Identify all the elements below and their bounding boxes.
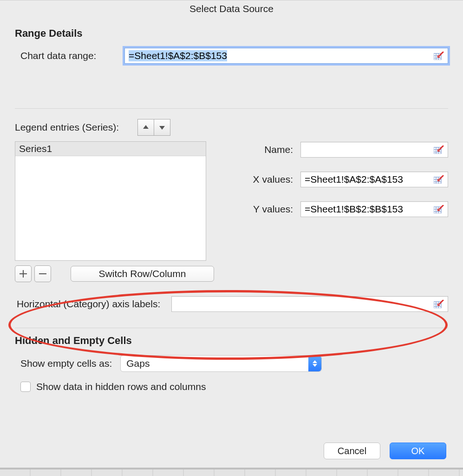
dialog-title: Select Data Source: [0, 0, 463, 18]
chart-data-range-input-wrap[interactable]: [124, 48, 448, 64]
range-picker-icon[interactable]: [433, 145, 445, 155]
show-empty-cells-value: Gaps: [126, 358, 150, 369]
x-values-input[interactable]: [301, 172, 430, 187]
series-name-input-wrap[interactable]: [300, 142, 448, 158]
show-hidden-data-checkbox[interactable]: [20, 382, 31, 392]
x-values-label: X values:: [223, 174, 300, 185]
ok-button[interactable]: OK: [390, 443, 446, 459]
show-empty-cells-select[interactable]: Gaps: [120, 355, 322, 372]
range-picker-icon[interactable]: [433, 51, 445, 61]
chart-data-range-input[interactable]: [125, 48, 430, 63]
horizontal-axis-labels-input-wrap[interactable]: [171, 296, 448, 312]
series-listbox[interactable]: Series1: [15, 141, 206, 261]
series-name-input[interactable]: [301, 142, 430, 157]
switch-row-column-button[interactable]: Switch Row/Column: [71, 266, 214, 282]
range-picker-icon[interactable]: [433, 204, 445, 214]
legend-entries-label: Legend entries (Series):: [15, 122, 119, 133]
y-values-input-wrap[interactable]: [300, 201, 448, 217]
range-picker-icon[interactable]: [433, 174, 445, 185]
remove-series-button[interactable]: [34, 265, 51, 282]
x-values-input-wrap[interactable]: [300, 172, 448, 187]
bottom-strip: [0, 468, 463, 476]
add-series-button[interactable]: [15, 265, 32, 282]
show-empty-cells-label: Show empty cells as:: [15, 358, 112, 369]
range-picker-icon[interactable]: [433, 299, 445, 309]
horizontal-axis-labels-label: Horizontal (Category) axis labels:: [15, 298, 160, 310]
hidden-empty-heading: Hidden and Empty Cells: [15, 335, 448, 347]
y-values-input[interactable]: [301, 202, 430, 217]
show-hidden-data-label: Show data in hidden rows and columns: [36, 381, 206, 392]
horizontal-axis-labels-input[interactable]: [172, 297, 430, 311]
series-name-label: Name:: [223, 144, 300, 155]
y-values-label: Y values:: [223, 204, 300, 215]
cancel-button[interactable]: Cancel: [324, 443, 380, 459]
chart-data-range-label: Chart data range:: [15, 50, 124, 61]
series-list-item[interactable]: Series1: [15, 142, 206, 156]
move-series-up-button[interactable]: [137, 119, 154, 136]
range-details-heading: Range Details: [15, 27, 448, 40]
select-stepper-icon: [308, 356, 321, 371]
move-series-down-button[interactable]: [154, 119, 170, 136]
